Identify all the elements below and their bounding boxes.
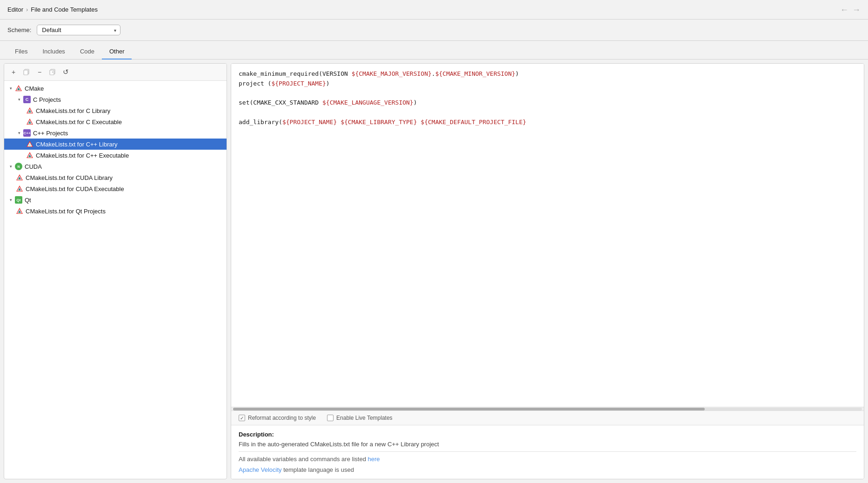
chevron-cpp-projects: ▾: [15, 129, 23, 137]
horizontal-scrollbar[interactable]: [231, 407, 864, 410]
velocity-text: Apache Velocity: [239, 466, 282, 473]
tree-item-c-projects[interactable]: ▾ C C Projects: [4, 94, 227, 105]
tree-item-qt[interactable]: ▾ Qt Qt: [4, 194, 227, 205]
add-button[interactable]: +: [8, 66, 19, 78]
cmake-root-icon: [14, 84, 23, 93]
cmakelists-cuda-exe-label: CMakeLists.txt for CUDA Executable: [26, 185, 124, 192]
qt-root-icon: Qt: [14, 196, 23, 204]
tab-code[interactable]: Code: [73, 44, 102, 60]
cmake-file-icon-6: [15, 185, 24, 193]
left-panel: + − ↺ ▾: [4, 63, 227, 479]
cmake-file-icon-2: [26, 118, 34, 126]
variables-link[interactable]: here: [367, 456, 380, 463]
template-text: template language is used: [282, 466, 354, 473]
top-bar: Editor › File and Code Templates ← →: [0, 0, 868, 20]
cmakelists-cpp-lib-label: CMakeLists.txt for C++ Library: [36, 141, 118, 148]
options-row: ✓ Reformat according to style Enable Liv…: [231, 410, 864, 425]
code-editor[interactable]: cmake_minimum_required(VERSION ${CMAKE_M…: [231, 64, 864, 407]
cmake-label: CMake: [25, 85, 44, 92]
description-footer: All available variables and commands are…: [239, 456, 856, 463]
duplicate-button[interactable]: [47, 66, 58, 78]
description-separator: [239, 451, 856, 452]
scheme-label: Scheme:: [7, 26, 31, 33]
cpp-folder-icon: C++: [23, 129, 31, 137]
description-body: Fills in the auto-generated CMakeLists.t…: [239, 441, 856, 448]
scrollbar-track: [233, 408, 862, 410]
cmake-file-icon-5: [15, 173, 24, 182]
chevron-cuda: ▾: [7, 163, 14, 170]
live-templates-checkbox-item[interactable]: Enable Live Templates: [327, 415, 393, 421]
c-projects-label: C Projects: [33, 96, 61, 103]
tree-item-cmakelists-c-exe[interactable]: CMakeLists.txt for C Executable: [4, 116, 227, 127]
cmakelists-cuda-lib-label: CMakeLists.txt for CUDA Library: [26, 174, 113, 181]
variables-text: All available variables and commands are…: [239, 456, 367, 463]
live-templates-label: Enable Live Templates: [336, 415, 393, 421]
svg-rect-1: [24, 70, 28, 75]
tree-item-cmakelists-qt[interactable]: CMakeLists.txt for Qt Projects: [4, 205, 227, 217]
main-content: + − ↺ ▾: [0, 60, 868, 483]
reset-button[interactable]: ↺: [60, 66, 71, 78]
description-title: Description:: [239, 431, 856, 438]
right-panel: cmake_minimum_required(VERSION ${CMAKE_M…: [231, 63, 864, 479]
reformat-checkbox[interactable]: ✓: [239, 415, 245, 421]
scheme-select[interactable]: Default ▾: [37, 25, 120, 35]
tree-item-cmakelists-cuda-lib[interactable]: CMakeLists.txt for CUDA Library: [4, 172, 227, 183]
cmakelists-c-lib-label: CMakeLists.txt for C Library: [36, 107, 110, 114]
qt-label: Qt: [25, 197, 31, 204]
cmakelists-cpp-exe-label: CMakeLists.txt for C++ Executable: [36, 152, 129, 159]
cpp-projects-label: C++ Projects: [33, 130, 68, 137]
cmakelists-c-exe-label: CMakeLists.txt for C Executable: [36, 119, 122, 126]
chevron-down-icon: ▾: [114, 27, 116, 33]
tree-item-cpp-projects[interactable]: ▾ C++ C++ Projects: [4, 127, 227, 139]
code-line-4: set(CMAKE_CXX_STANDARD ${CMAKE_LANGUAGE_…: [239, 98, 856, 108]
breadcrumb-page: File and Code Templates: [31, 6, 98, 13]
tabs-row: Files Includes Code Other: [0, 41, 868, 60]
tree-item-cmake[interactable]: ▾ CMake: [4, 83, 227, 94]
live-templates-checkbox[interactable]: [327, 415, 334, 421]
description-bottom: Apache Velocity template language is use…: [239, 466, 856, 473]
breadcrumb-separator: ›: [26, 6, 28, 13]
reformat-checkbox-item[interactable]: ✓ Reformat according to style: [239, 415, 316, 421]
toolbar: + − ↺: [4, 64, 227, 81]
forward-arrow[interactable]: →: [852, 6, 861, 14]
remove-button[interactable]: −: [34, 66, 45, 78]
tab-files[interactable]: Files: [7, 44, 35, 60]
breadcrumb: Editor › File and Code Templates: [7, 6, 98, 13]
tree-item-cmakelists-cuda-exe[interactable]: CMakeLists.txt for CUDA Executable: [4, 183, 227, 194]
tree-item-cmakelists-cpp-lib[interactable]: CMakeLists.txt for C++ Library: [4, 139, 227, 150]
scheme-row: Scheme: Default ▾: [0, 20, 868, 41]
cmake-file-icon-4: [26, 151, 34, 159]
cuda-label: CUDA: [25, 163, 42, 170]
chevron-qt: ▾: [7, 196, 14, 204]
tab-other[interactable]: Other: [102, 44, 132, 60]
cmake-file-icon-7: [15, 207, 24, 215]
code-line-5: [239, 108, 856, 118]
chevron-cmake: ▾: [7, 85, 14, 92]
nav-arrows: ← →: [840, 6, 861, 14]
chevron-c-projects: ▾: [15, 96, 23, 103]
description-area: Description: Fills in the auto-generated…: [231, 425, 864, 479]
reformat-label: Reformat according to style: [248, 415, 316, 421]
tree-item-cmakelists-cpp-exe[interactable]: CMakeLists.txt for C++ Executable: [4, 150, 227, 161]
back-arrow[interactable]: ←: [840, 6, 848, 14]
breadcrumb-editor: Editor: [7, 6, 23, 13]
code-line-2: project (${PROJECT_NAME}): [239, 79, 856, 89]
svg-rect-3: [50, 70, 54, 75]
cmake-file-icon: [26, 106, 34, 115]
c-folder-icon: C: [23, 95, 31, 104]
copy-button[interactable]: [21, 66, 32, 78]
tab-includes[interactable]: Includes: [35, 44, 72, 60]
tree-item-cuda[interactable]: ▾ N CUDA: [4, 161, 227, 172]
code-line-1: cmake_minimum_required(VERSION ${CMAKE_M…: [239, 69, 856, 79]
cmake-file-icon-3: [26, 140, 34, 148]
cuda-root-icon: N: [14, 162, 23, 171]
code-line-6: add_library(${PROJECT_NAME} ${CMAKE_LIBR…: [239, 118, 856, 127]
tree-item-cmakelists-c-lib[interactable]: CMakeLists.txt for C Library: [4, 105, 227, 116]
cmakelists-qt-label: CMakeLists.txt for Qt Projects: [26, 208, 106, 215]
code-line-3: [239, 89, 856, 99]
scheme-value: Default: [42, 26, 61, 33]
tree-container: ▾ CMake ▾ C C Projects: [4, 81, 227, 479]
scrollbar-thumb: [233, 408, 705, 410]
